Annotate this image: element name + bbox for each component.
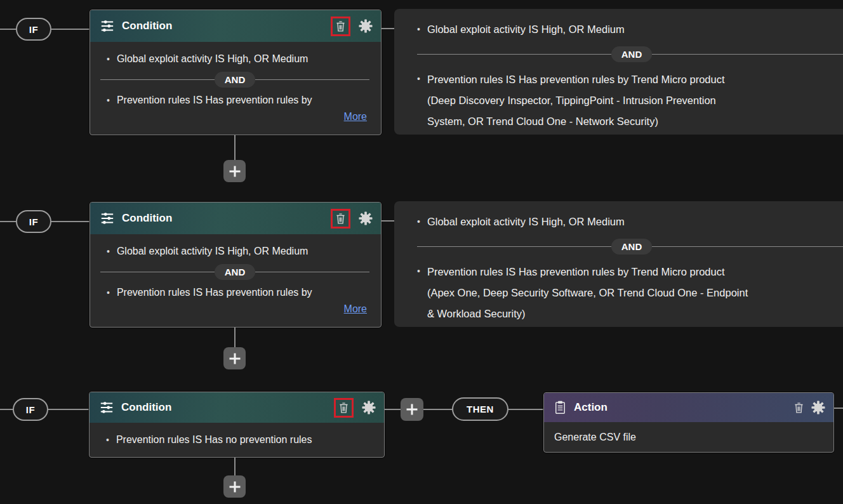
condition-card[interactable]: Condition (90, 10, 382, 135)
condition-clause: • Global exploit activity IS High, OR Me… (100, 51, 369, 67)
trash-icon[interactable] (335, 212, 346, 225)
bullet-icon: • (100, 285, 110, 300)
more-link[interactable]: More (344, 111, 367, 122)
if-node: IF (13, 398, 48, 421)
if-node: IF (16, 210, 51, 233)
gear-icon[interactable] (811, 401, 825, 414)
divider-line (100, 79, 215, 80)
connector-line (382, 220, 394, 222)
if-node-label: IF (26, 404, 35, 415)
connector-line (234, 135, 236, 160)
connector-line (51, 29, 90, 30)
condition-summary-panel: • Global exploit activity IS High, OR Me… (394, 9, 843, 135)
bullet-icon: • (417, 20, 420, 39)
connector-line (508, 409, 543, 410)
more-link[interactable]: More (344, 303, 367, 314)
condition-card[interactable]: Condition (89, 392, 385, 458)
divider-line (652, 246, 843, 247)
condition-summary-panel: • Global exploit activity IS High, OR Me… (394, 201, 843, 327)
sliders-icon (100, 19, 114, 33)
gear-icon[interactable] (359, 19, 373, 33)
clipboard-icon (554, 401, 566, 414)
condition-card-header: Condition (90, 392, 384, 423)
connector-line (0, 409, 13, 410)
condition-clause: • Prevention rules IS Has no prevention … (100, 432, 373, 448)
and-operator: AND (417, 46, 843, 62)
summary-clause: • Global exploit activity IS High, OR Me… (417, 212, 843, 232)
summary-clause: • Prevention rules IS Has prevention rul… (417, 262, 843, 324)
condition-clause: • Prevention rules IS Has prevention rul… (100, 93, 369, 108)
condition-clause: • Prevention rules IS Has prevention rul… (100, 285, 369, 300)
divider-line (652, 54, 843, 55)
add-node-button[interactable] (401, 398, 423, 421)
trash-icon[interactable] (335, 20, 346, 33)
connector-line (423, 409, 452, 410)
condition-card-title: Condition (121, 401, 334, 414)
if-node-label: IF (29, 24, 38, 35)
and-operator-label: AND (215, 264, 256, 280)
trash-icon[interactable] (338, 401, 349, 414)
sliders-icon (100, 211, 114, 225)
action-body-text: Generate CSV file (554, 432, 636, 443)
annotation-highlight-box (331, 209, 350, 229)
add-node-button[interactable] (223, 160, 246, 182)
summary-clause: • Prevention rules IS Has prevention rul… (417, 69, 843, 132)
connector-line (48, 409, 89, 410)
condition-card[interactable]: Condition (90, 202, 382, 328)
action-card[interactable]: Action Generate CSV file (543, 392, 834, 453)
and-operator-label: AND (611, 239, 653, 255)
bullet-icon: • (100, 93, 110, 108)
condition-clause: • Global exploit activity IS High, OR Me… (100, 244, 369, 259)
connector-line (834, 408, 843, 409)
if-node-label: IF (29, 216, 38, 227)
and-operator-label: AND (215, 72, 256, 88)
connector-line (0, 221, 16, 222)
action-card-header: Action (544, 393, 833, 422)
gear-icon[interactable] (359, 211, 373, 225)
and-operator: AND (417, 239, 843, 255)
bullet-icon: • (100, 432, 109, 448)
divider-line (255, 79, 369, 80)
condition-card-header: Condition (90, 10, 381, 42)
bullet-icon: • (100, 244, 110, 259)
connector-line (234, 328, 236, 347)
divider-line (417, 246, 611, 247)
if-node: IF (16, 18, 51, 41)
bullet-icon: • (417, 212, 420, 232)
and-operator: AND (100, 72, 369, 88)
condition-card-header: Condition (90, 202, 381, 234)
gear-icon[interactable] (362, 401, 376, 414)
bullet-icon: • (417, 262, 420, 324)
connector-line (51, 221, 90, 222)
trash-icon[interactable] (793, 401, 804, 414)
connector-line (0, 29, 16, 30)
then-node-label: THEN (467, 404, 494, 414)
bullet-icon: • (100, 51, 110, 67)
add-node-button[interactable] (223, 475, 246, 498)
annotation-highlight-box (331, 17, 350, 36)
divider-line (255, 272, 369, 272)
bullet-icon: • (417, 69, 420, 132)
then-node: THEN (452, 397, 508, 421)
condition-card-title: Condition (122, 20, 331, 32)
and-operator-label: AND (611, 46, 653, 62)
action-card-title: Action (574, 401, 793, 414)
connector-line (385, 409, 401, 410)
sliders-icon (100, 401, 114, 414)
connector-line (234, 458, 236, 475)
add-node-button[interactable] (223, 347, 246, 369)
connector-line (382, 28, 394, 29)
summary-clause: • Global exploit activity IS High, OR Me… (417, 20, 843, 39)
annotation-highlight-box (334, 398, 354, 418)
and-operator: AND (100, 264, 369, 280)
divider-line (417, 54, 611, 55)
condition-card-title: Condition (122, 212, 331, 225)
workflow-canvas: { "colors": { "canvas_bg": "#141414", "c… (0, 0, 843, 504)
divider-line (100, 272, 215, 272)
